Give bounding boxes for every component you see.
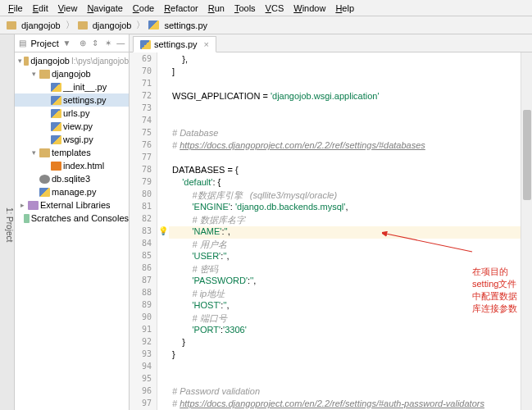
code-line[interactable]: }, bbox=[169, 54, 521, 66]
tree-item-urls-py[interactable]: urls.py bbox=[15, 107, 129, 120]
line-number: 96 bbox=[130, 386, 157, 399]
twisty-icon[interactable]: ▾ bbox=[18, 57, 22, 65]
bulb-icon[interactable]: 💡 bbox=[157, 226, 169, 239]
code-line[interactable]: # Database bbox=[169, 128, 521, 140]
tree-item-settings-py[interactable]: settings.py bbox=[15, 93, 129, 107]
code-line[interactable]: # 端口号 bbox=[169, 312, 521, 325]
menu-navigate[interactable]: Navigate bbox=[82, 2, 127, 15]
chevron-right-icon: 〉 bbox=[136, 19, 145, 31]
gutter-blank bbox=[157, 189, 169, 202]
menu-file[interactable]: File bbox=[3, 2, 28, 15]
menu-tools[interactable]: Tools bbox=[230, 2, 261, 15]
code-line[interactable]: # https://docs.djangoproject.com/en/2.2/… bbox=[169, 140, 521, 153]
tree-item-djangojob[interactable]: ▾djangojob I:\pys\djangojob bbox=[15, 54, 129, 67]
tree-item-db-sqlite3[interactable]: db.sqlite3 bbox=[15, 172, 129, 185]
collapse-icon[interactable]: ⇕ bbox=[91, 38, 100, 49]
code-line[interactable]: 'HOST':'', bbox=[169, 300, 521, 312]
gutter-blank bbox=[157, 239, 169, 251]
code-line[interactable]: 'NAME':'', bbox=[169, 226, 521, 239]
code-area[interactable]: 6970717273747576777879808182838485868788… bbox=[130, 52, 532, 410]
code-line[interactable]: #数据库引擎 (sqllite3/mysql/oracle) bbox=[169, 189, 521, 202]
code-line[interactable]: DATABASES = { bbox=[169, 165, 521, 177]
code-line[interactable]: # 数据库名字 bbox=[169, 214, 521, 226]
code-line[interactable] bbox=[169, 153, 521, 165]
menu-refactor[interactable]: Refactor bbox=[159, 2, 203, 15]
breadcrumb-item[interactable]: djangojob bbox=[91, 20, 134, 30]
code-line[interactable]: ] bbox=[169, 66, 521, 79]
code-line[interactable] bbox=[169, 103, 521, 116]
line-number: 73 bbox=[130, 103, 157, 116]
annotation-text: 在项目的setting文件中配置数据库连接参数 bbox=[472, 266, 521, 315]
code-line[interactable]: 'PORT':'3306' bbox=[169, 325, 521, 337]
code-line[interactable]: # https://docs.djangoproject.com/en/2.2/… bbox=[169, 399, 521, 410]
project-tree[interactable]: ▾djangojob I:\pys\djangojob▾djangojob__i… bbox=[15, 52, 129, 410]
code-line[interactable] bbox=[169, 79, 521, 91]
code-body[interactable]: },]WSGI_APPLICATION = 'djangojob.wsgi.ap… bbox=[169, 52, 521, 410]
tree-item-hint: I:\pys\djangojob bbox=[71, 57, 129, 66]
twisty-icon[interactable]: ▸ bbox=[18, 201, 26, 209]
editor-tabbar: settings.py × bbox=[130, 34, 532, 52]
tree-item-wsgi-py[interactable]: wsgi.py bbox=[15, 133, 129, 146]
close-icon[interactable]: × bbox=[204, 39, 209, 49]
code-line[interactable] bbox=[169, 374, 521, 386]
project-icon: ▤ bbox=[18, 38, 27, 49]
code-line[interactable] bbox=[169, 116, 521, 128]
twisty-icon[interactable]: ▾ bbox=[30, 70, 38, 78]
code-line[interactable]: } bbox=[169, 349, 521, 362]
line-number: 84 bbox=[130, 239, 157, 251]
lib-icon bbox=[28, 201, 39, 210]
menu-edit[interactable]: Edit bbox=[28, 2, 53, 15]
tree-item-External-Libraries[interactable]: ▸External Libraries bbox=[15, 198, 129, 212]
tree-item-templates[interactable]: ▾templates bbox=[15, 146, 129, 159]
editor-tab[interactable]: settings.py × bbox=[133, 36, 216, 52]
scrollbar-vertical[interactable] bbox=[521, 52, 532, 410]
project-tool-tab[interactable]: 1: Project bbox=[0, 34, 15, 410]
gutter-blank bbox=[157, 325, 169, 337]
line-number: 97 bbox=[130, 399, 157, 410]
tree-item-index-html[interactable]: index.html bbox=[15, 159, 129, 172]
gutter-blank bbox=[157, 214, 169, 226]
menu-code[interactable]: Code bbox=[128, 2, 159, 15]
gutter-blank bbox=[157, 79, 169, 91]
py-icon bbox=[39, 188, 50, 197]
breadcrumb-item[interactable]: djangojob bbox=[20, 20, 62, 30]
code-line[interactable]: # ip地址 bbox=[169, 288, 521, 300]
line-number: 93 bbox=[130, 349, 157, 362]
tree-item-Scratches-and-Consoles[interactable]: Scratches and Consoles bbox=[15, 212, 129, 225]
code-line[interactable]: # 用户名 bbox=[169, 239, 521, 251]
tree-item-__init__-py[interactable]: __init__.py bbox=[15, 80, 129, 93]
breadcrumb-item[interactable]: settings.py bbox=[162, 20, 209, 30]
py-icon bbox=[51, 83, 61, 92]
menu-vcs[interactable]: VCS bbox=[261, 2, 289, 15]
code-line[interactable]: WSGI_APPLICATION = 'djangojob.wsgi.appli… bbox=[169, 91, 521, 103]
menu-view[interactable]: View bbox=[53, 2, 83, 15]
code-line[interactable]: 'USER':'', bbox=[169, 251, 521, 263]
dropdown-icon[interactable]: ▼ bbox=[62, 38, 71, 49]
target-icon[interactable]: ⊕ bbox=[78, 38, 87, 49]
db-icon bbox=[39, 175, 50, 184]
scr-icon bbox=[24, 214, 30, 223]
twisty-icon[interactable]: ▾ bbox=[30, 148, 38, 157]
code-line[interactable] bbox=[169, 362, 521, 374]
code-line[interactable]: # Password validation bbox=[169, 386, 521, 399]
line-number: 86 bbox=[130, 263, 157, 276]
code-line[interactable]: 'default': { bbox=[169, 177, 521, 189]
hide-icon[interactable]: — bbox=[116, 38, 125, 49]
code-line[interactable]: # 密码 bbox=[169, 263, 521, 276]
tree-item-view-py[interactable]: view.py bbox=[15, 120, 129, 133]
gutter-blank bbox=[157, 251, 169, 263]
code-line[interactable]: 'ENGINE': 'django.db.backends.mysql', bbox=[169, 202, 521, 214]
tree-item-djangojob[interactable]: ▾djangojob bbox=[15, 67, 129, 80]
menu-run[interactable]: Run bbox=[203, 2, 230, 15]
menu-window[interactable]: Window bbox=[289, 2, 330, 15]
gutter-blank bbox=[157, 399, 169, 410]
gear-icon[interactable]: ✶ bbox=[103, 38, 112, 49]
line-number: 87 bbox=[130, 276, 157, 288]
gutter-blank bbox=[157, 91, 169, 103]
tree-item-manage-py[interactable]: manage.py bbox=[15, 185, 129, 198]
menu-help[interactable]: Help bbox=[330, 2, 359, 15]
py-icon bbox=[51, 122, 61, 131]
scrollbar-thumb[interactable] bbox=[523, 110, 531, 200]
code-line[interactable]: 'PASSWORD':'', bbox=[169, 276, 521, 288]
code-line[interactable]: } bbox=[169, 337, 521, 349]
